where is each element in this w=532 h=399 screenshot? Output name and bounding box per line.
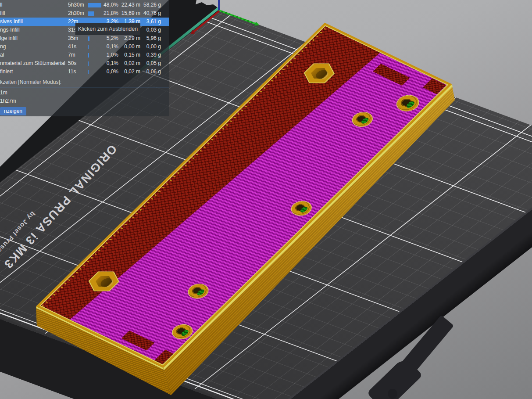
model-hole [349,110,376,129]
model-hole [288,199,314,218]
solid-infill-patch [373,64,410,86]
feature-label: fill [0,9,5,18]
feature-label: lge infill [0,34,18,43]
feature-label: sives Infill [0,18,23,26]
feature-time: 5h30m [68,1,84,9]
feature-bar [88,70,89,74]
feature-row[interactable]: ng 41s 0,1% 0,00 m 0,00 g [0,43,169,51]
feature-bar [88,45,89,49]
print-time-line: 1m [0,89,169,97]
feature-weight: 0,05 g [132,59,161,68]
bed-corner-knob [388,389,397,399]
feature-label: al [0,51,4,59]
feature-weight: 40,76 g [132,9,161,18]
feature-row[interactable]: fill 2h30m 21,8% 15,69 m 40,76 g [0,9,169,18]
feature-row[interactable]: al 7m 1,0% 0,15 m 0,39 g [0,51,169,59]
feature-row[interactable]: lge infill 35m 5,2% 2,29 m 5,96 g [0,34,169,43]
solid-infill-patch [121,331,154,351]
feature-weight: 0,39 g [132,51,161,59]
print-time-line: 1h27m [0,97,169,105]
model-hole [393,93,423,114]
solid-infill-patch [423,78,446,94]
model-hole [169,322,196,341]
feature-row[interactable]: finiert 11s 0,0% 0,02 m 0,06 g [0,68,169,76]
feature-time: 35m [68,34,78,43]
legend-panel: ll 5h30m 48,0% 22,43 m 58,26 g fill 2h30… [0,0,169,116]
slicer-preview-window: ORIGINAL PRUSA i3 MK3 by Josef Prusa [0,0,532,399]
feature-weight: 0,00 g [132,43,161,51]
feature-label: finiert [0,68,13,76]
feature-label: nmaterial zum Stützmaterial [0,59,65,68]
feature-time: 7m [68,51,75,59]
feature-row[interactable]: nmaterial zum Stützmaterial 50s 0,1% 0,0… [0,59,169,68]
feature-bar [88,61,89,66]
print-time-heading: kzeiten [Normaler Modus]: [0,78,169,86]
model-hole [185,282,211,301]
feature-label: ll [0,1,2,9]
feature-time: 50s [68,59,76,68]
feature-row[interactable]: ll 5h30m 48,0% 22,43 m 58,26 g [0,1,169,9]
feature-rows: ll 5h30m 48,0% 22,43 m 58,26 g fill 2h30… [0,0,169,76]
feature-weight: 5,96 g [132,34,161,43]
feature-label: ngs-Infill [0,26,20,34]
feature-bar [88,36,89,41]
feature-weight: 58,26 g [132,1,161,9]
feature-time: 11s [68,68,76,76]
show-button[interactable]: nzeigen [0,107,26,115]
section-divider [0,87,169,87]
feature-weight: 0,06 g [132,68,161,76]
hide-feature-tooltip: Klicken zum Ausblenden [75,23,140,35]
feature-time: 2h30m [68,9,84,18]
feature-bar [88,53,89,58]
feature-time: 41s [68,43,76,51]
feature-label: ng [0,43,6,51]
